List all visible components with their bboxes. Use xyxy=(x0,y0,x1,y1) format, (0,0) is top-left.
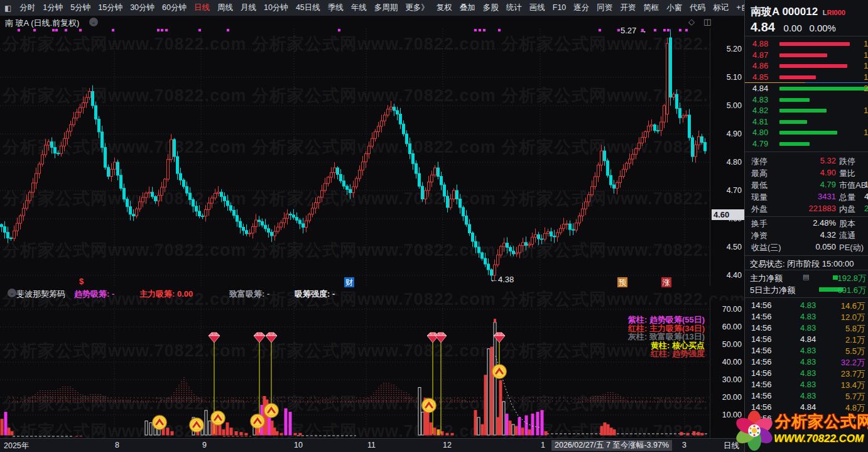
orderbook-row[interactable]: 4.801 xyxy=(745,127,868,138)
gold-coin-icon xyxy=(422,399,436,412)
chevron-down-icon[interactable]: ⌄ xyxy=(89,18,98,26)
indicator-bar xyxy=(512,424,514,435)
top-menubar: ◧ 分时1分钟5分钟15分钟30分钟60分钟日线周线月线10分钟45日线季线年线… xyxy=(0,0,744,16)
price-axis-label: 4.90 xyxy=(727,130,742,138)
menu-item-周线[interactable]: 周线 xyxy=(214,3,237,12)
orderbook-row[interactable]: 4.821 xyxy=(745,105,868,116)
candle-body xyxy=(657,131,659,131)
menu-item-画线[interactable]: 画线 xyxy=(526,3,549,12)
menu-item-45日线[interactable]: 45日线 xyxy=(292,3,324,12)
window-icon[interactable]: ◧ xyxy=(0,4,16,13)
candle-body xyxy=(249,233,251,234)
menu-item-10分钟[interactable]: 10分钟 xyxy=(260,3,292,12)
split-pane-icon[interactable]: ◫ xyxy=(703,17,711,26)
candle-body xyxy=(133,214,135,216)
menu-item-开资[interactable]: 开资 xyxy=(616,3,639,12)
indicator-bar xyxy=(521,428,524,435)
signal-dot xyxy=(18,29,20,31)
time-axis[interactable]: 2025年 8910111213 2026/02/27/五 7 至今涨幅-3.9… xyxy=(0,438,744,452)
gold-coin-icon xyxy=(264,404,278,417)
high-annotation: 5.27 → xyxy=(621,26,647,35)
orderbook-row[interactable]: 4.871 xyxy=(745,50,868,61)
orderbook-row[interactable]: 4.81 xyxy=(745,116,868,128)
orderbook-row[interactable]: 4.861 xyxy=(745,60,868,72)
menu-item-30分钟[interactable]: 30分钟 xyxy=(126,3,158,12)
candlestick-chart[interactable]: 5.27 →←4.38$财预涨 xyxy=(0,28,710,286)
indicator-chart[interactable]: 紫柱: 趋势吸筹(55日)红柱: 主力吸筹(34日)灰柱: 致富吸筹(13日)黄… xyxy=(0,300,710,438)
menu-item-年线[interactable]: 年线 xyxy=(347,3,371,12)
indicator-bar xyxy=(209,421,211,435)
level-price: 4.82 xyxy=(752,106,768,115)
indicator-svg[interactable] xyxy=(0,300,710,438)
trade-time: 14:56 xyxy=(751,334,772,344)
candle-body xyxy=(51,142,53,148)
menu-item-F10[interactable]: F10 xyxy=(549,3,570,12)
indicator-bar xyxy=(484,375,487,435)
menu-item-15分钟[interactable]: 15分钟 xyxy=(94,3,126,12)
candle-body xyxy=(123,189,126,199)
candle-body xyxy=(57,153,60,154)
axis-month-1: 1 xyxy=(541,441,545,449)
indicator-bar xyxy=(437,430,440,435)
menu-item-代码[interactable]: 代码 xyxy=(686,3,709,12)
stock-title[interactable]: 南玻A 000012 LRI000 xyxy=(751,4,868,19)
candle-body xyxy=(431,175,433,182)
main-chart-group xyxy=(0,28,710,286)
menu-item-更多》[interactable]: 更多》 xyxy=(401,3,433,12)
diamond-icon xyxy=(266,333,277,343)
chevron-down-icon[interactable]: ⌄ xyxy=(8,289,16,297)
menu-item-简框[interactable]: 简框 xyxy=(639,3,663,12)
indicator-header: ⌄ 斐波那契筹码 趋势吸筹: -主力吸筹: 0.00致富吸筹: -吸筹强度: - xyxy=(0,286,710,300)
orderbook-row[interactable]: 4.842 xyxy=(745,83,868,94)
main-chart-svg[interactable] xyxy=(0,28,710,286)
candle-body xyxy=(264,225,267,229)
menu-item-小窗[interactable]: 小窗 xyxy=(663,3,686,12)
candle-body xyxy=(610,175,612,185)
menu-item-多周期[interactable]: 多周期 xyxy=(371,3,402,12)
menu-item-标记[interactable]: 标记 xyxy=(709,3,732,12)
level-volume-bar xyxy=(779,120,807,124)
menu-item-分时[interactable]: 分时 xyxy=(16,3,39,12)
orderbook-row[interactable]: 4.881 xyxy=(745,38,868,50)
menu-item-多股[interactable]: 多股 xyxy=(479,3,502,12)
candle-body xyxy=(563,224,565,229)
menu-item-同资[interactable]: 同资 xyxy=(593,3,616,12)
menu-item-1分钟[interactable]: 1分钟 xyxy=(39,3,67,12)
candle-body xyxy=(641,137,644,143)
indicator-bar xyxy=(506,414,508,435)
orderbook-row[interactable]: 4.83 xyxy=(745,94,868,106)
menu-item-60分钟[interactable]: 60分钟 xyxy=(158,3,190,12)
diamond-tool-icon[interactable]: ◇ xyxy=(688,17,695,26)
flag-r: RI000 xyxy=(827,9,845,16)
menu-item-统计[interactable]: 统计 xyxy=(502,3,526,12)
candle-body xyxy=(443,185,446,196)
indicator-bar xyxy=(541,411,543,435)
candle-body xyxy=(362,162,364,170)
quote-panel: 南玻A 000012 LRI000 4.84 0.00 0.00% 4.8814… xyxy=(744,0,868,452)
candle-body xyxy=(676,94,678,109)
menu-item-月线[interactable]: 月线 xyxy=(237,3,260,12)
level-volume-bar xyxy=(779,131,837,135)
menu-item-逐分[interactable]: 逐分 xyxy=(570,3,593,12)
candle-body xyxy=(242,228,245,231)
menu-item-季线[interactable]: 季线 xyxy=(324,3,347,12)
orderbook-row[interactable]: 4.79 xyxy=(745,138,868,150)
menu-item-5分钟[interactable]: 5分钟 xyxy=(67,3,94,12)
menu-item-复权[interactable]: 复权 xyxy=(433,3,456,12)
panel-divider xyxy=(745,255,868,256)
candle-body xyxy=(176,157,179,174)
indicator-name[interactable]: 斐波那契筹码 xyxy=(16,289,65,300)
candle-body xyxy=(45,145,47,155)
menu-item-叠加[interactable]: 叠加 xyxy=(456,3,479,12)
candle-body xyxy=(503,243,506,246)
indicator-field: 致富吸筹: - xyxy=(229,289,269,300)
trade-volume: 5.7万 xyxy=(845,391,865,402)
menu-item-日线[interactable]: 日线 xyxy=(190,3,214,12)
candle-body xyxy=(305,221,308,227)
trade-time: 14:56 xyxy=(751,323,772,333)
info-value2: 4 xyxy=(864,192,868,201)
orderbook-row[interactable]: 4.851 xyxy=(745,72,868,83)
candle-body xyxy=(582,209,584,216)
candle-body xyxy=(32,183,35,192)
level-price: 4.86 xyxy=(752,61,768,70)
